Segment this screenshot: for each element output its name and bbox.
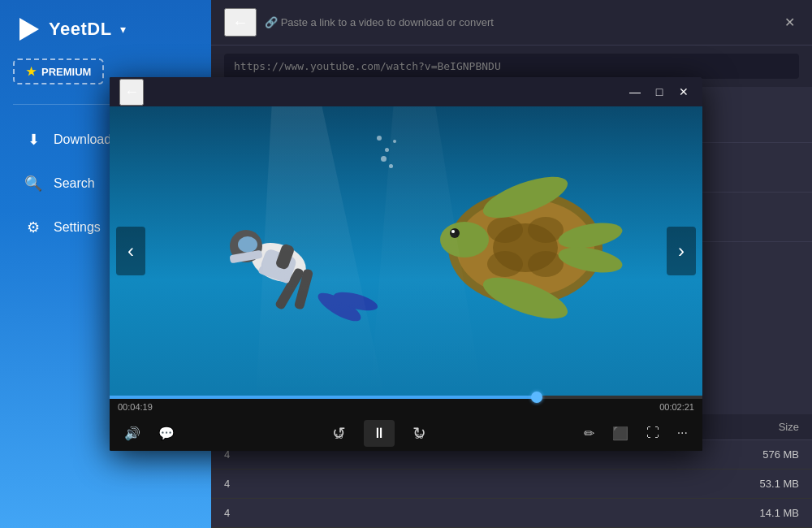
- bubble: [393, 140, 396, 143]
- fastforward-label: 30: [415, 432, 423, 440]
- prev-arrow[interactable]: ‹: [116, 227, 145, 275]
- back-button[interactable]: ←: [224, 8, 257, 37]
- search-icon: 🔍: [24, 175, 42, 193]
- format-size: 14.1 MB: [734, 507, 799, 519]
- svg-point-5: [487, 251, 523, 277]
- modal-titlebar: ← — □ ✕: [110, 77, 702, 106]
- fullscreen-button[interactable]: ⛶: [643, 422, 663, 444]
- progress-thumb: [531, 392, 542, 403]
- format-row[interactable]: 4 14.1 MB: [211, 499, 812, 528]
- url-hint: 🔗 Paste a link to a video to download or…: [265, 16, 771, 28]
- controls-bar: 🔊 💬 ↺ 10 ⏸ ↻ 30: [110, 415, 702, 451]
- video-area[interactable]: ‹ ›: [110, 106, 702, 396]
- main-topbar: ← 🔗 Paste a link to a video to download …: [211, 0, 812, 45]
- sidebar-label-download: Download: [54, 132, 111, 147]
- sidebar-label-search: Search: [54, 176, 95, 191]
- premium-label: PREMIUM: [41, 66, 91, 78]
- turtle-image: [383, 158, 643, 345]
- format-info: 4: [224, 478, 734, 490]
- controls-right: ✏ ⬛ ⛶ ···: [581, 422, 691, 444]
- modal-window-controls: — □ ✕: [626, 83, 693, 101]
- logo-triangle: [19, 18, 39, 41]
- pen-button[interactable]: ✏: [581, 422, 598, 444]
- sidebar-label-settings: Settings: [54, 220, 101, 235]
- premium-badge[interactable]: ★ PREMIUM: [13, 58, 104, 84]
- rewind-button[interactable]: ↺ 10: [329, 420, 349, 446]
- aspect-icon: ⬛: [612, 426, 628, 441]
- sidebar-header: YeetDL ▾: [0, 0, 211, 58]
- bubble: [377, 136, 382, 141]
- controls-left: 🔊 💬: [121, 422, 178, 444]
- settings-icon: ⚙: [24, 219, 42, 236]
- subtitles-icon: 💬: [158, 426, 175, 441]
- svg-point-7: [440, 222, 489, 258]
- logo-icon: [13, 15, 42, 44]
- time-remaining: 00:02:21: [659, 402, 694, 412]
- dropdown-arrow-icon[interactable]: ▾: [120, 23, 126, 36]
- video-frame: [110, 106, 702, 396]
- more-icon: ···: [677, 426, 688, 440]
- aspect-ratio-button[interactable]: ⬛: [609, 422, 632, 444]
- svg-point-17: [238, 236, 257, 253]
- size-column-header: Size: [734, 421, 799, 433]
- next-arrow[interactable]: ›: [667, 227, 696, 275]
- diver-image: [157, 181, 384, 344]
- svg-point-9: [451, 230, 455, 233]
- star-icon: ★: [26, 65, 37, 78]
- controls-center: ↺ 10 ⏸ ↻ 30: [329, 420, 430, 447]
- format-size: 576 MB: [734, 448, 799, 461]
- video-player-modal[interactable]: ← — □ ✕: [110, 77, 702, 451]
- play-pause-button[interactable]: ⏸: [364, 420, 395, 447]
- fullscreen-icon: ⛶: [646, 426, 659, 440]
- video-progress-bar[interactable]: [110, 396, 702, 399]
- fastforward-button[interactable]: ↻ 30: [409, 420, 430, 446]
- minimize-button[interactable]: —: [626, 83, 644, 101]
- subtitles-button[interactable]: 💬: [155, 422, 178, 444]
- bubble: [385, 148, 389, 152]
- modal-back-button[interactable]: ←: [119, 79, 144, 106]
- time-current: 00:04:19: [118, 402, 153, 412]
- video-modal-overlay: ← — □ ✕: [0, 0, 812, 528]
- time-row: 00:04:19 00:02:21: [110, 399, 702, 415]
- format-info: 4: [224, 507, 734, 519]
- svg-point-3: [487, 217, 523, 243]
- format-size: 53.1 MB: [734, 478, 799, 490]
- format-row[interactable]: 4 53.1 MB: [211, 470, 812, 499]
- link-icon: 🔗: [265, 16, 278, 28]
- volume-button[interactable]: 🔊: [121, 422, 144, 444]
- app-name: YeetDL: [49, 19, 112, 40]
- play-pause-icon: ⏸: [372, 425, 387, 442]
- volume-icon: 🔊: [124, 426, 140, 441]
- svg-point-8: [450, 228, 460, 238]
- app-container: YeetDL ▾ ★ PREMIUM ⬇ Download 🔍 Search ⚙…: [0, 0, 812, 528]
- progress-filled: [110, 396, 537, 399]
- close-button[interactable]: ✕: [675, 83, 693, 101]
- url-input[interactable]: https://www.youtube.com/watch?v=BeIGNPBN…: [224, 54, 799, 79]
- more-options-button[interactable]: ···: [674, 422, 691, 444]
- url-hint-text: Paste a link to a video to download or c…: [281, 16, 494, 28]
- pen-icon: ✏: [584, 426, 594, 441]
- download-icon: ⬇: [24, 131, 42, 149]
- maximize-button[interactable]: □: [650, 83, 668, 101]
- rewind-label: 10: [335, 432, 343, 440]
- close-main-button[interactable]: ✕: [780, 13, 799, 32]
